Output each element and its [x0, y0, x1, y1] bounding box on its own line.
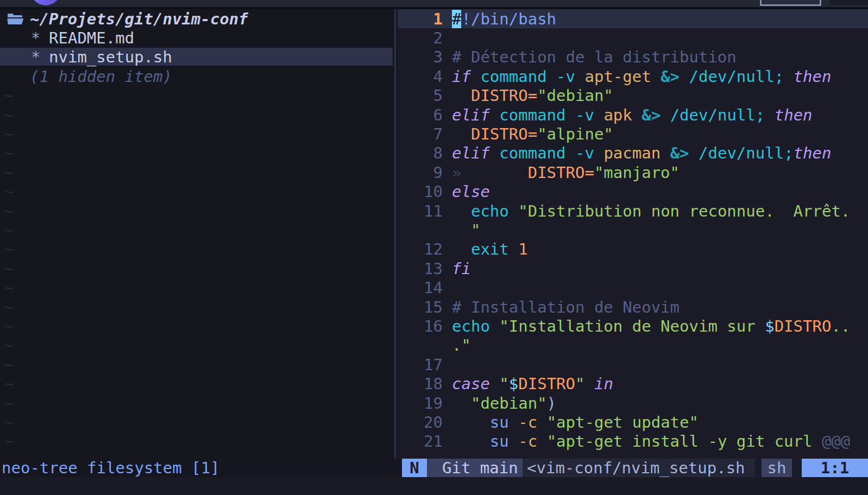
code-text: case "$DISTRO" in [452, 375, 613, 393]
code-line[interactable]: 16echo "Installation de Neovim sur $DIST… [398, 316, 868, 335]
tilde-marker: ~ [4, 298, 14, 316]
filename-segment: <vim-conf/nvim_setup.sh [523, 459, 755, 477]
code-text: DISTRO="debian" [452, 86, 613, 105]
main-content: ~/Projets/git/nvim-conf*README.md*nvim_s… [0, 9, 868, 459]
code-line[interactable]: 11 echo "Distribution non reconnue. Arrê… [398, 201, 868, 220]
tree-item-nvim_setup.sh[interactable]: *nvim_setup.sh [0, 48, 393, 67]
code-line[interactable]: 18case "$DISTRO" in [398, 374, 868, 393]
code-text: # Détection de la distribution [452, 48, 737, 66]
code-line[interactable]: 20 su -c "apt-get update" [398, 412, 868, 431]
line-number: 19 [398, 394, 443, 412]
tilde-marker: ~ [4, 259, 14, 278]
line-number: 21 [398, 432, 443, 450]
tree-empty-line: ~ [0, 201, 393, 220]
line-number: 9 [398, 163, 443, 182]
file-mark-icon: * [31, 29, 49, 47]
code-line[interactable]: 1#!/bin/bash [398, 9, 868, 28]
tree-empty-line: ~ [0, 144, 393, 163]
code-text: » DISTRO="manjaro" [452, 163, 680, 182]
line-number: 3 [398, 48, 443, 66]
code-text: fi [452, 259, 471, 278]
line-number: 6 [398, 106, 443, 124]
mode-indicator: N [402, 459, 427, 477]
code-text: ." [452, 336, 471, 354]
line-number: 18 [398, 375, 443, 393]
tree-empty-line: ~ [0, 316, 393, 335]
code-text: su -c "apt-get install -y git curl @@@ [452, 432, 850, 450]
window-corner-chip [830, 0, 868, 5]
code-line[interactable]: 9» DISTRO="manjaro" [398, 163, 868, 182]
editor-buffer[interactable]: 1#!/bin/bash23# Détection de la distribu… [398, 9, 868, 459]
code-line[interactable]: 21 su -c "apt-get install -y git curl @@… [398, 432, 868, 451]
code-text: elif command -v pacman &> /dev/null;then [452, 144, 831, 162]
line-number: 20 [398, 413, 443, 431]
code-line[interactable]: 15# Installation de Neovim [398, 297, 868, 316]
line-number: 14 [398, 278, 443, 297]
tilde-marker: ~ [4, 375, 14, 393]
code-text: DISTRO="alpine" [452, 125, 613, 143]
tilde-marker: ~ [4, 202, 14, 220]
line-number: 2 [398, 29, 443, 47]
tree-empty-line: ~ [0, 374, 393, 393]
line-number: 5 [398, 86, 443, 105]
code-line[interactable]: ." [398, 336, 868, 355]
code-line[interactable]: " [398, 220, 868, 239]
line-number: 10 [398, 182, 443, 201]
window-button-outline[interactable] [760, 0, 821, 6]
tree-root-item[interactable]: ~/Projets/git/nvim-conf [0, 9, 393, 28]
code-line[interactable]: 10else [398, 182, 868, 201]
code-line[interactable]: 4if command -v apt-get &> /dev/null; the… [398, 67, 868, 86]
tilde-marker: ~ [4, 144, 14, 162]
tilde-marker: ~ [4, 125, 14, 143]
code-line[interactable]: 17 [398, 355, 868, 374]
neo-tree-rows: ~/Projets/git/nvim-conf*README.md*nvim_s… [0, 9, 393, 451]
tree-empty-line: ~ [0, 86, 393, 105]
code-line[interactable]: 5 DISTRO="debian" [398, 86, 868, 105]
tilde-marker: ~ [4, 240, 14, 258]
window-separator[interactable] [393, 9, 398, 459]
tilde-marker: ~ [4, 86, 14, 105]
code-text: # Installation de Neovim [452, 298, 680, 316]
line-number: 7 [398, 125, 443, 143]
code-line[interactable]: 2 [398, 28, 868, 47]
tree-item-README.md[interactable]: *README.md [0, 28, 393, 47]
tree-empty-line: ~ [0, 297, 393, 316]
code-line[interactable]: 7 DISTRO="alpine" [398, 124, 868, 143]
command-line[interactable] [0, 477, 868, 495]
code-text: exit 1 [452, 240, 528, 258]
segment-gap [792, 459, 802, 477]
line-number: 12 [398, 240, 443, 258]
segment-gap [755, 459, 762, 477]
code-line[interactable]: 14 [398, 278, 868, 297]
line-number: 4 [398, 67, 443, 86]
statusline-separator-zone [393, 459, 398, 477]
tilde-marker: ~ [4, 413, 14, 431]
tilde-marker: ~ [4, 394, 14, 412]
tree-empty-line: ~ [0, 412, 393, 431]
tree-empty-line: ~ [0, 278, 393, 297]
neo-tree-panel[interactable]: ~/Projets/git/nvim-conf*README.md*nvim_s… [0, 9, 393, 459]
git-branch-segment: Git main [427, 459, 523, 477]
tilde-marker: ~ [4, 432, 14, 450]
code-line[interactable]: 13fi [398, 259, 868, 278]
code-line[interactable]: 3# Détection de la distribution [398, 48, 868, 67]
tilde-marker: ~ [4, 182, 14, 201]
line-number: 17 [398, 356, 443, 374]
editor-rows: 1#!/bin/bash23# Détection de la distribu… [398, 9, 868, 451]
code-line[interactable]: 12 exit 1 [398, 240, 868, 259]
code-text: else [452, 182, 490, 201]
code-line[interactable]: 6elif command -v apk &> /dev/null; then [398, 105, 868, 124]
tree-empty-line: ~ [0, 124, 393, 143]
code-line[interactable]: 8elif command -v pacman &> /dev/null;the… [398, 144, 868, 163]
code-text: "debian") [452, 394, 556, 412]
nvim-window: ~/Projets/git/nvim-conf*README.md*nvim_s… [0, 0, 868, 495]
tilde-marker: ~ [4, 356, 14, 374]
code-line[interactable]: 19 "debian") [398, 394, 868, 412]
code-text: elif command -v apk &> /dev/null; then [452, 106, 813, 124]
statusline: neo-tree filesystem [1] N Git main <vim-… [0, 459, 868, 477]
cursor-position-segment: 1:1 [802, 459, 868, 477]
cursor-block: # [452, 10, 461, 28]
code-text: echo "Installation de Neovim sur $DISTRO… [452, 317, 850, 335]
line-number: 16 [398, 317, 443, 335]
hidden-items-label: (1 hidden item) [30, 67, 172, 86]
